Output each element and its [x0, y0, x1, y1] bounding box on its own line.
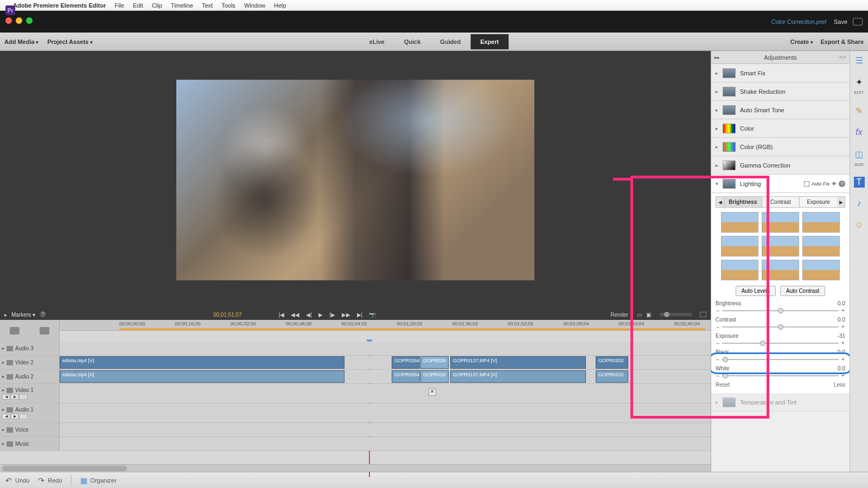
preset-thumb[interactable] — [721, 260, 758, 280]
next-edit-icon[interactable]: ▶▶ — [342, 312, 350, 318]
menu-file[interactable]: File — [114, 2, 124, 9]
adj-color-rgb[interactable]: ▸Color (RGB) — [711, 138, 850, 156]
tab-prev-icon[interactable]: ◀ — [716, 197, 724, 207]
track-audio1[interactable] — [60, 403, 711, 422]
fullscreen-icon[interactable] — [700, 312, 706, 317]
menu-help[interactable]: Help — [274, 2, 286, 9]
time-ruler[interactable]: 00;00;00;00 00;00;16;00 00;00;32;00 00;0… — [60, 320, 711, 331]
plus-icon[interactable]: + — [841, 373, 845, 378]
clip[interactable]: GOPR026 — [420, 370, 449, 383]
preset-thumb[interactable] — [721, 236, 758, 256]
mode-guided[interactable]: Guided — [430, 34, 470, 49]
slider-track[interactable] — [722, 310, 839, 311]
save-icon[interactable] — [853, 18, 863, 25]
goto-end-icon[interactable]: ▶| — [357, 312, 363, 318]
eye-icon[interactable] — [7, 388, 13, 393]
minimize-button[interactable] — [16, 17, 22, 24]
plus-icon[interactable]: + — [841, 324, 845, 330]
adj-smart-fix[interactable]: ▸Smart Fix — [711, 64, 850, 82]
preset-thumb[interactable] — [762, 260, 799, 280]
slider-track[interactable] — [722, 343, 839, 344]
goto-start-icon[interactable]: |◀ — [279, 312, 285, 318]
mode-expert[interactable]: Expert — [470, 34, 508, 49]
fx-pen-icon[interactable]: ✎ — [853, 105, 865, 117]
menu-window[interactable]: Window — [244, 2, 265, 9]
slider-track[interactable] — [722, 359, 839, 360]
track-btn-icon[interactable]: ▶ — [11, 414, 18, 419]
auto-contrast-button[interactable]: Auto Contrast — [780, 286, 825, 296]
sliders-icon[interactable]: ☰ — [853, 54, 865, 66]
adj-auto-smart-tone[interactable]: ▸Auto Smart Tone — [711, 101, 850, 119]
app-name[interactable]: Adobe Premiere Elements Editor — [13, 2, 106, 9]
help-icon[interactable]: ? — [40, 311, 46, 318]
plus-icon[interactable]: + — [841, 356, 845, 362]
clip[interactable]: edona.mp4 [A] — [60, 370, 344, 383]
music-note-icon[interactable]: ♪ — [853, 197, 865, 209]
track-music[interactable] — [60, 437, 711, 451]
adj-shake-reduction[interactable]: ▸Shake Reduction — [711, 82, 850, 101]
mode-elive[interactable]: eLive — [360, 34, 394, 49]
track-expand-icon[interactable]: ▸ — [2, 388, 4, 393]
mic-icon[interactable] — [7, 427, 13, 433]
create-button[interactable]: Create — [790, 38, 813, 45]
track-video1[interactable]: ✕ — [60, 384, 711, 403]
adj-color[interactable]: ▸Color — [711, 119, 850, 138]
track-voice[interactable] — [60, 423, 711, 436]
preset-thumb[interactable] — [762, 212, 799, 233]
clip[interactable]: GOPR0137.MP4 [A] — [450, 370, 586, 383]
snapshot-icon[interactable]: 📷 — [369, 312, 375, 318]
project-assets-button[interactable]: Project Assets — [47, 38, 93, 45]
clip[interactable]: GOPR0202 — [596, 370, 628, 383]
track-video2[interactable]: edona.mp4 [V]GOPR0264.GOPR026GOPR0137.MP… — [60, 356, 711, 369]
plus-icon[interactable]: + — [841, 340, 845, 346]
preset-thumb[interactable] — [762, 236, 799, 256]
tab-exposure[interactable]: Exposure — [799, 197, 837, 207]
step-fwd-icon[interactable]: |▶ — [329, 312, 335, 318]
minus-icon[interactable]: – — [716, 307, 720, 313]
view-toggle-icon[interactable]: ▭ — [637, 312, 642, 318]
help-icon[interactable]: ? — [839, 181, 845, 187]
organizer-button[interactable]: ▦Organizer — [80, 476, 117, 485]
preset-thumb[interactable] — [721, 212, 758, 233]
clip[interactable]: GOPR0137.MP4 [V] — [450, 356, 586, 369]
preset-thumb[interactable] — [802, 212, 840, 233]
track-btn-icon[interactable]: ◀ — [2, 414, 10, 419]
track-expand-icon[interactable]: ▸ — [2, 360, 4, 365]
markers-toggle-icon[interactable]: ▸ — [4, 312, 7, 318]
play-icon[interactable]: ▶ — [318, 312, 323, 318]
slider-knob[interactable] — [723, 357, 728, 362]
reset-button[interactable]: Reset — [716, 382, 730, 388]
menu-tools[interactable]: Tools — [221, 2, 235, 9]
preview-frame[interactable] — [176, 80, 534, 280]
transition-icon[interactable]: ◫ — [853, 148, 865, 160]
fx-icon[interactable]: fx — [853, 126, 865, 138]
music-icon[interactable] — [7, 441, 13, 447]
track-btn-icon[interactable]: ▶ — [11, 394, 18, 400]
track-audio3[interactable] — [60, 342, 711, 355]
track-btn-icon[interactable]: □ — [20, 394, 27, 400]
maximize-button[interactable] — [26, 17, 33, 24]
plus-icon[interactable]: + — [841, 307, 845, 313]
speaker-icon[interactable] — [7, 346, 13, 351]
preset-thumb[interactable] — [802, 236, 840, 256]
zoom-slider[interactable] — [660, 313, 692, 316]
undo-button[interactable]: ↶Undo — [5, 476, 29, 485]
track-audio2[interactable]: edona.mp4 [A]GOPR0264.GOPR026GOPR0137.MP… — [60, 370, 711, 383]
clip[interactable]: GOPR0202 — [596, 356, 628, 369]
timecode-display[interactable]: 00;01;51;07 — [213, 312, 242, 318]
slider-knob[interactable] — [778, 324, 783, 330]
slider-knob[interactable] — [723, 373, 728, 378]
menu-edit[interactable]: Edit — [133, 2, 143, 9]
minus-icon[interactable]: – — [716, 356, 720, 362]
track-btn-icon[interactable]: ◀ — [2, 394, 10, 400]
markers-dropdown[interactable]: Markers — [11, 312, 35, 318]
speaker-icon[interactable] — [7, 374, 13, 380]
tab-brightness[interactable]: Brightness — [724, 197, 762, 207]
work-area-bar[interactable] — [119, 328, 705, 330]
menu-timeline[interactable]: Timeline — [171, 2, 193, 9]
close-button[interactable] — [5, 17, 12, 24]
auto-levels-button[interactable]: Auto Levels — [736, 286, 776, 296]
slider-knob[interactable] — [760, 341, 765, 346]
render-button[interactable]: Render — [610, 312, 628, 318]
add-media-button[interactable]: Add Media — [4, 38, 39, 45]
